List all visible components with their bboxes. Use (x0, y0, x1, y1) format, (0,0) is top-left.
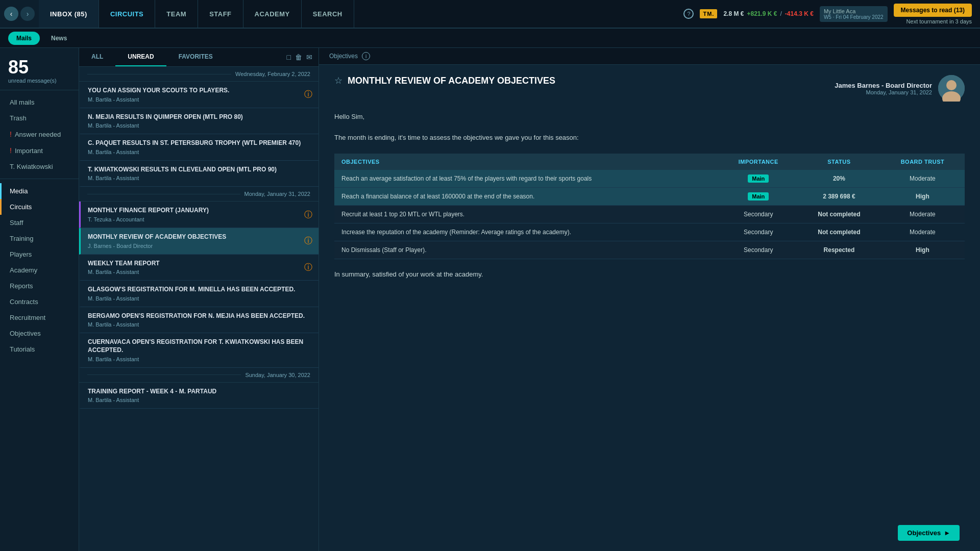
obj-status: 20% (798, 170, 880, 188)
obj-board-trust: Moderate (880, 205, 965, 223)
msg-sender: M. Bartila - Assistant (88, 397, 311, 403)
message-item-glasgow[interactable]: GLASGOW'S REGISTRATION FOR M. MINELLA HA… (79, 281, 318, 307)
sidebar-item-trash[interactable]: Trash (0, 110, 79, 126)
date-separator-feb2: Wednesday, February 2, 2022 (79, 67, 318, 82)
sidebar-item-staff[interactable]: Staff (0, 215, 79, 231)
date-separator-jan30: Sunday, January 30, 2022 (79, 368, 318, 383)
sender-name: James Barnes - Board Director (835, 82, 932, 89)
sidebar-item-academy[interactable]: Academy (0, 262, 79, 278)
inbox-count-display: 85 unread message(s) (0, 52, 79, 86)
tab-favorites[interactable]: FAVORITES (166, 48, 225, 66)
sidebar-item-contracts[interactable]: Contracts (0, 294, 79, 310)
col-header-objectives: OBJECTIVES (334, 154, 719, 170)
sidebar-item-reports[interactable]: Reports (0, 278, 79, 294)
club-week: W5 · Fri 04 February 2022 (824, 14, 884, 20)
table-row: Reach an average satisfaction of at leas… (334, 170, 965, 188)
nav-back-button[interactable]: ‹ (4, 7, 18, 21)
delete-icon[interactable]: 🗑 (295, 53, 302, 61)
nav-item-search[interactable]: SEARCH (302, 0, 354, 28)
date-separator-jan31: Monday, January 31, 2022 (79, 187, 318, 202)
message-item-cuernavaca[interactable]: CUERNAVACA OPEN'S REGISTRATION FOR T. KW… (79, 333, 318, 367)
sidebar-item-tutorials[interactable]: Tutorials (0, 341, 79, 357)
msg-title: YOU CAN ASSIGN YOUR SCOUTS TO PLAYERS. (88, 87, 311, 95)
nav-item-staff[interactable]: STAFF (198, 0, 243, 28)
msg-sender: M. Bartila - Assistant (88, 321, 311, 328)
obj-importance: Secondary (719, 223, 798, 241)
nav-forward-button[interactable]: › (20, 7, 35, 21)
message-item-paquet[interactable]: C. PAQUET RESULTS IN ST. PETERSBURG TROP… (79, 134, 318, 161)
col-header-status: STATUS (798, 154, 880, 170)
sidebar-item-players[interactable]: Players (0, 246, 79, 262)
messages-to-read-button[interactable]: Messages to read (13) (894, 4, 972, 17)
msg-sender: M. Bartila - Assistant (88, 96, 311, 103)
message-item-weekly-team[interactable]: WEEKLY TEAM REPORT M. Bartila - Assistan… (79, 255, 318, 281)
message-list-scroll[interactable]: Wednesday, February 2, 2022 YOU CAN ASSI… (79, 67, 318, 551)
svg-point-1 (946, 80, 957, 90)
message-item-academy-objectives[interactable]: MONTHLY REVIEW OF ACADEMY OBJECTIVES J. … (79, 228, 318, 255)
alert-icon: ⓘ (304, 209, 312, 220)
message-item-finance-report[interactable]: MONTHLY FINANCE REPORT (JANUARY) T. Tezu… (79, 202, 318, 228)
msg-title: T. KWIATKOWSKI RESULTS IN CLEVELAND OPEN… (88, 166, 311, 174)
category-info-icon[interactable]: i (362, 52, 370, 60)
msg-title: MONTHLY FINANCE REPORT (JANUARY) (88, 207, 311, 215)
nav-item-team[interactable]: TEAM (155, 0, 198, 28)
obj-importance: Main (719, 170, 798, 188)
obj-text: Reach an average satisfaction of at leas… (334, 170, 719, 188)
msg-title: N. MEJIA RESULTS IN QUIMPER OPEN (MTL PR… (88, 113, 311, 121)
sender-info: James Barnes - Board Director Monday, Ja… (835, 82, 932, 95)
help-button[interactable]: ? (683, 9, 694, 19)
msg-sender: T. Tezuka - Accountant (88, 216, 311, 222)
main-layout: 85 unread message(s) All mails Trash !An… (0, 48, 980, 551)
obj-status: Not completed (798, 205, 880, 223)
nav-item-inbox[interactable]: INBOX (85) (39, 0, 99, 28)
sidebar-item-circuits[interactable]: Circuits (0, 199, 79, 215)
tab-unread[interactable]: UNREAD (115, 48, 166, 66)
sidebar-item-media[interactable]: Media (0, 183, 79, 199)
nav-right-area: ? TM. 2.8 M € +821.9 K € / -414.3 K € My… (675, 4, 980, 24)
msg-title: C. PAQUET RESULTS IN ST. PETERSBURG TROP… (88, 139, 311, 147)
msg-sender: M. Bartila - Assistant (88, 269, 311, 275)
nav-item-academy[interactable]: ACADEMY (243, 0, 302, 28)
sidebar-item-all-mails[interactable]: All mails (0, 94, 79, 110)
msg-title: WEEKLY TEAM REPORT (88, 260, 311, 268)
sender-block: James Barnes - Board Director Monday, Ja… (835, 75, 965, 102)
obj-board-trust: Moderate (880, 170, 965, 188)
obj-board-trust: Moderate (880, 223, 965, 241)
obj-text: Reach a financial balance of at least 16… (334, 187, 719, 205)
msg-title: CUERNAVACA OPEN'S REGISTRATION FOR T. KW… (88, 338, 311, 354)
sidebar-item-objectives[interactable]: Objectives (0, 325, 79, 341)
sidebar-item-answer-needed[interactable]: !Answer needed (0, 126, 79, 142)
message-item-kwiatkowski-cleveland[interactable]: T. KWIATKOWSKI RESULTS IN CLEVELAND OPEN… (79, 161, 318, 187)
mail-icon[interactable]: ✉ (306, 53, 312, 61)
message-item-scouts[interactable]: YOU CAN ASSIGN YOUR SCOUTS TO PLAYERS. M… (79, 82, 318, 108)
msg-title: TRAINING REPORT - WEEK 4 - M. PARTAUD (88, 388, 311, 396)
expense-value: -414.3 K € (785, 10, 814, 17)
col-header-board-trust: BOARD TRUST (880, 154, 965, 170)
email-detail-panel: Objectives i ☆ MONTHLY REVIEW OF ACADEMY… (319, 48, 980, 551)
sidebar-item-important[interactable]: !Important (0, 142, 79, 159)
inbox-label: unread message(s) (8, 78, 70, 84)
club-name: My Little Aca (824, 8, 884, 14)
nav-item-circuits[interactable]: CIRCUITS (99, 0, 155, 28)
star-icon[interactable]: ☆ (334, 75, 342, 86)
table-row: Recruit at least 1 top 20 MTL or WTL pla… (334, 205, 965, 223)
select-all-icon[interactable]: □ (287, 53, 291, 61)
message-item-mejia-quimper[interactable]: N. MEJIA RESULTS IN QUIMPER OPEN (MTL PR… (79, 108, 318, 135)
obj-board-trust: High (880, 187, 965, 205)
message-item-bergamo[interactable]: BERGAMO OPEN'S REGISTRATION FOR N. MEJIA… (79, 307, 318, 334)
sidebar-item-training[interactable]: Training (0, 231, 79, 246)
sender-avatar (938, 75, 965, 102)
obj-text: Recruit at least 1 top 20 MTL or WTL pla… (334, 205, 719, 223)
msg-sender: M. Bartila - Assistant (88, 149, 311, 155)
tab-all[interactable]: ALL (79, 48, 115, 66)
sidebar-item-tkwiatkowski[interactable]: T. Kwiatkowski (0, 159, 79, 174)
msg-sender: M. Bartila - Assistant (88, 356, 311, 362)
mails-tab[interactable]: Mails (8, 32, 40, 45)
news-tab[interactable]: News (43, 32, 75, 45)
objectives-button[interactable]: Objectives ► (898, 525, 960, 541)
sidebar-item-recruitment[interactable]: Recruitment (0, 310, 79, 325)
message-item-training-report[interactable]: TRAINING REPORT - WEEK 4 - M. PARTAUD M.… (79, 383, 318, 409)
income-value: +821.9 K € (747, 10, 777, 17)
obj-text: No Dismissals (Staff or Player). (334, 241, 719, 259)
table-row: Increase the reputation of the academy (… (334, 223, 965, 241)
